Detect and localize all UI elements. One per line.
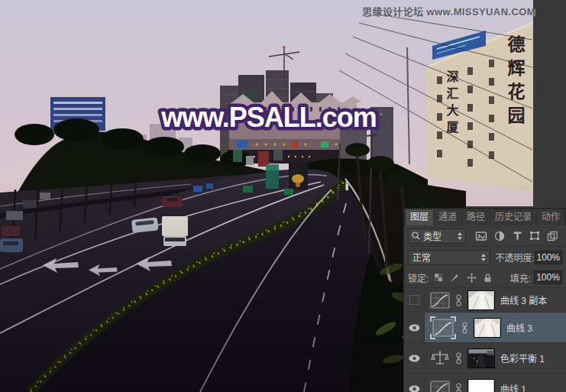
layers-panel: 图层 通道 路径 历史记录 动作 类型 (403, 208, 566, 392)
tab-history[interactable]: 历史记录 (490, 209, 536, 225)
shape-filter-icon[interactable] (529, 231, 540, 241)
eye-icon (409, 324, 420, 332)
layer-name[interactable]: 曲线 3 (506, 321, 532, 334)
curves-adjustment-icon-targeted[interactable] (430, 316, 456, 339)
tab-paths[interactable]: 路径 (462, 209, 490, 225)
chevron-updown-icon (481, 254, 486, 261)
lock-pixels-brush-icon[interactable] (450, 273, 460, 283)
filter-icons (466, 231, 562, 241)
eye-icon (409, 355, 420, 362)
tab-layers[interactable]: 图层 (406, 209, 433, 225)
fill-value[interactable]: 100% (534, 271, 562, 284)
curves-adjustment-icon[interactable] (430, 381, 450, 392)
lock-label: 锁定: (408, 271, 429, 284)
forum-watermark: 思缘设计论坛 www.MISSYUAN.COM (362, 4, 535, 18)
opacity-label: 不透明度: (496, 251, 535, 264)
layer-mask-thumbnail[interactable] (467, 290, 495, 310)
tab-channels[interactable]: 通道 (434, 209, 461, 225)
opacity-value[interactable]: 100% (535, 251, 562, 264)
layer-row-curves-3[interactable]: 曲线 3 (404, 313, 566, 343)
curves-adjustment-icon[interactable] (430, 292, 450, 309)
color-balance-adjustment-icon[interactable] (430, 350, 450, 367)
fill-label: 填充: (510, 271, 531, 284)
layer-mask-thumbnail[interactable] (467, 379, 495, 392)
visibility-toggle[interactable] (404, 313, 425, 342)
lock-position-move-icon[interactable] (467, 273, 477, 283)
photoshop-workspace: 深汇大厦 德辉花园 (0, 0, 566, 392)
layers-list: 曲线 3 副本 (404, 288, 566, 392)
lock-transparency-icon[interactable] (434, 273, 443, 282)
layer-filter-row: 类型 (404, 225, 566, 247)
visibility-toggle[interactable] (404, 343, 425, 373)
adjustment-filter-icon[interactable] (494, 231, 505, 241)
layer-mask-thumbnail[interactable] (474, 318, 501, 338)
lock-all-padlock-icon[interactable] (484, 273, 492, 283)
filter-type-label: 类型 (423, 229, 454, 242)
layer-row-color-balance-1[interactable]: 色彩平衡 1 (404, 343, 566, 374)
psall-watermark: www.PSALL.com (160, 102, 377, 133)
eye-icon (409, 385, 420, 392)
blend-mode-select[interactable]: 正常 (408, 250, 490, 265)
layer-row-curves-3-copy[interactable]: 曲线 3 副本 (404, 288, 566, 313)
visibility-toggle[interactable] (404, 288, 425, 312)
lock-row: 锁定: (404, 267, 566, 288)
blend-mode-row: 正常 不透明度: 100% (404, 247, 566, 267)
type-filter-icon[interactable] (513, 231, 522, 241)
link-icon[interactable] (461, 322, 468, 334)
filter-type-select[interactable]: 类型 (408, 228, 466, 244)
visibility-off-checkbox (409, 295, 419, 305)
layer-row-curves-1[interactable]: 曲线 1 (404, 374, 566, 392)
smart-object-filter-icon[interactable] (547, 231, 558, 241)
layer-mask-thumbnail[interactable] (467, 348, 495, 368)
layer-name[interactable]: 曲线 1 (500, 382, 526, 392)
link-icon[interactable] (455, 352, 462, 364)
layer-name[interactable]: 曲线 3 副本 (500, 293, 547, 306)
chevron-updown-icon (458, 232, 462, 240)
pixel-filter-icon[interactable] (475, 231, 487, 241)
blend-mode-value: 正常 (412, 251, 478, 264)
panel-tab-bar: 图层 通道 路径 历史记录 动作 (404, 209, 566, 225)
search-icon (412, 232, 420, 240)
layer-name[interactable]: 色彩平衡 1 (500, 352, 545, 364)
visibility-toggle[interactable] (404, 374, 425, 392)
link-icon[interactable] (455, 294, 462, 306)
lock-icons (434, 273, 492, 283)
link-icon[interactable] (455, 383, 462, 392)
tab-actions[interactable]: 动作 (537, 209, 564, 225)
